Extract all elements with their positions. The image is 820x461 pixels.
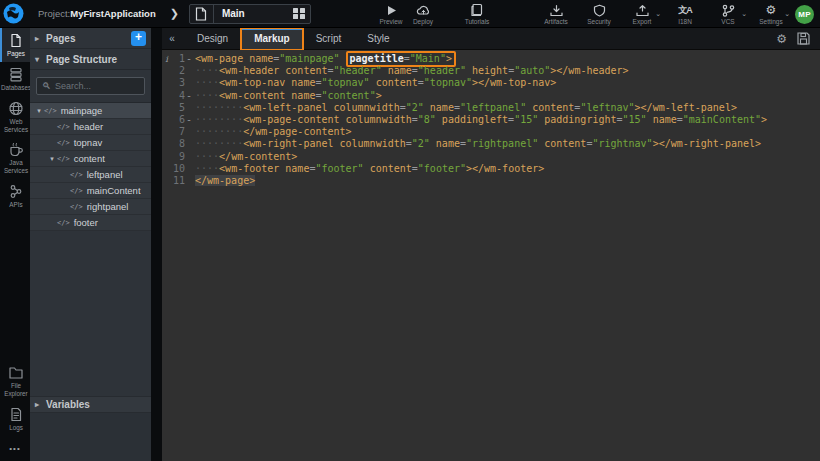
vcs-button[interactable]: VCS⌄ xyxy=(715,4,741,25)
export-button[interactable]: Export⌄ xyxy=(629,4,655,25)
expand-arrow-icon[interactable]: ▾ xyxy=(35,55,46,64)
tree-item-footer[interactable]: </>footer xyxy=(30,215,151,231)
code-line: 8········<wm-right-panel columnwidth="2"… xyxy=(162,138,820,150)
pages-icon xyxy=(8,33,24,48)
tutorials-label: Tutorials xyxy=(465,18,490,25)
gutter-space xyxy=(162,163,171,175)
add-page-button[interactable]: + xyxy=(131,31,146,46)
sidebar-item-file-explorer[interactable]: File Explorer xyxy=(0,360,30,402)
i18n-button[interactable]: 文AI18N xyxy=(672,4,698,25)
left-icon-rail: PagesDatabasesWeb ServicesJava ServicesA… xyxy=(0,28,30,461)
page-switcher-icon[interactable] xyxy=(293,8,305,20)
chevron-down-icon[interactable]: ⌄ xyxy=(784,10,790,18)
tree-item-header[interactable]: </>header xyxy=(30,119,151,135)
code-tag-icon: </> xyxy=(57,155,70,163)
tree-item-label: mainpage xyxy=(61,105,103,116)
fold-marker-icon[interactable]: - xyxy=(185,90,193,102)
gutter-space xyxy=(185,138,193,150)
expand-arrow-icon[interactable]: ▾ xyxy=(34,107,44,115)
gutter-space xyxy=(162,102,171,114)
deploy-label: Deploy xyxy=(413,18,433,25)
gutter-space xyxy=(162,175,171,187)
collapse-panel-icon[interactable]: « xyxy=(164,31,180,47)
markup-code-editor[interactable]: i1-<wm-page name="mainpage" pagetitle="M… xyxy=(162,50,820,461)
code-text: ····<wm-header content="header" name="he… xyxy=(193,65,629,77)
logs-icon xyxy=(8,407,24,422)
tree-item-label: footer xyxy=(74,217,98,228)
code-line: 3····<wm-top-nav name="topnav" content="… xyxy=(162,77,820,89)
open-page-tab[interactable]: Main xyxy=(189,4,311,24)
search-input[interactable] xyxy=(55,81,141,91)
code-text: ····<wm-top-nav name="topnav" content="t… xyxy=(193,77,556,89)
tab-style[interactable]: Style xyxy=(354,28,402,50)
sidebar-item-apis[interactable]: APIs xyxy=(0,179,30,213)
search-icon: 🔍︎ xyxy=(42,81,51,91)
gutter-space xyxy=(162,77,171,89)
gutter-space xyxy=(185,77,193,89)
code-line: i1-<wm-page name="mainpage" pagetitle="M… xyxy=(162,53,820,65)
sidebar-item-databases[interactable]: Databases xyxy=(0,62,30,96)
variables-header[interactable]: ▸ Variables xyxy=(30,396,151,413)
collapse-arrow-icon[interactable]: ▸ xyxy=(35,34,46,43)
tab-script[interactable]: Script xyxy=(303,28,355,50)
markup-settings-gear-icon[interactable]: ⚙ xyxy=(776,32,787,46)
pages-panel-title: Pages xyxy=(46,33,75,44)
code-tag-icon: </> xyxy=(44,107,57,115)
tree-item-label: content xyxy=(74,153,105,164)
code-tag-icon: </> xyxy=(57,123,70,131)
page-structure-title: Page Structure xyxy=(46,54,117,65)
deploy-button[interactable]: Deploy xyxy=(410,4,436,25)
fold-marker-icon[interactable]: - xyxy=(185,114,193,126)
chevron-down-icon[interactable]: ⌄ xyxy=(741,10,747,18)
code-tag-icon: </> xyxy=(70,203,83,211)
java-services-icon xyxy=(8,142,24,157)
collapse-arrow-icon[interactable]: ▸ xyxy=(35,400,46,409)
search-container: 🔍︎ xyxy=(30,70,151,103)
search-box[interactable]: 🔍︎ xyxy=(36,77,145,95)
user-avatar[interactable]: MP xyxy=(795,5,814,24)
tree-item-label: mainContent xyxy=(87,185,141,196)
page-doc-icon xyxy=(195,7,207,21)
editor-tab-bar: « DesignMarkupScriptStyle ⚙ xyxy=(162,28,820,50)
variables-title: Variables xyxy=(46,399,90,410)
sidebar-item-logs[interactable]: Logs xyxy=(0,402,30,436)
code-line: 11</wm-page> xyxy=(162,175,820,187)
preview-button[interactable]: Preview xyxy=(378,4,404,25)
tab-markup[interactable]: Markup xyxy=(241,28,303,50)
settings-button[interactable]: ⚙Settings⌄ xyxy=(758,4,784,25)
fold-marker-icon[interactable]: - xyxy=(185,53,193,65)
chevron-down-icon[interactable]: ⌄ xyxy=(655,10,661,18)
tree-item-mainpage[interactable]: ▾</>mainpage xyxy=(30,103,151,119)
tutorials-button[interactable]: Tutorials xyxy=(464,4,490,25)
expand-arrow-icon[interactable]: ▾ xyxy=(47,155,57,163)
databases-icon xyxy=(8,67,24,82)
more-options-button[interactable]: ••• xyxy=(0,436,30,461)
line-number: 8 xyxy=(171,138,185,150)
code-text: ········</wm-page-content> xyxy=(193,126,352,138)
tree-item-mainContent[interactable]: </>mainContent xyxy=(30,183,151,199)
sidebar-item-web-services[interactable]: Web Services xyxy=(0,96,30,138)
sidebar-item-pages[interactable]: Pages xyxy=(0,28,30,62)
topbar-center-actions: PreviewDeployTutorials xyxy=(372,0,490,28)
save-icon[interactable] xyxy=(797,32,810,45)
gutter-space xyxy=(185,175,193,187)
pages-panel-header[interactable]: ▸ Pages + xyxy=(30,28,151,49)
security-button[interactable]: Security xyxy=(586,4,612,25)
tree-item-leftpanel[interactable]: </>leftpanel xyxy=(30,167,151,183)
file-explorer-label: File Explorer xyxy=(2,382,30,398)
tree-item-label: topnav xyxy=(74,137,103,148)
tree-item-content[interactable]: ▾</>content xyxy=(30,151,151,167)
page-structure-header[interactable]: ▾ Page Structure xyxy=(30,49,151,70)
code-line: 9····</wm-content> xyxy=(162,151,820,163)
tree-item-rightpanel[interactable]: </>rightpanel xyxy=(30,199,151,215)
tree-item-label: header xyxy=(74,121,104,132)
tree-item-topnav[interactable]: </>topnav xyxy=(30,135,151,151)
tab-design[interactable]: Design xyxy=(184,28,241,50)
line-number: 7 xyxy=(171,126,185,138)
chevron-right-icon[interactable]: ❯ xyxy=(170,7,179,20)
pages-label: Pages xyxy=(7,50,25,58)
sidebar-item-java-services[interactable]: Java Services xyxy=(0,137,30,179)
preview-label: Preview xyxy=(379,18,402,25)
artifacts-button[interactable]: Artifacts xyxy=(543,4,569,25)
wavemaker-logo-icon[interactable] xyxy=(3,3,24,24)
